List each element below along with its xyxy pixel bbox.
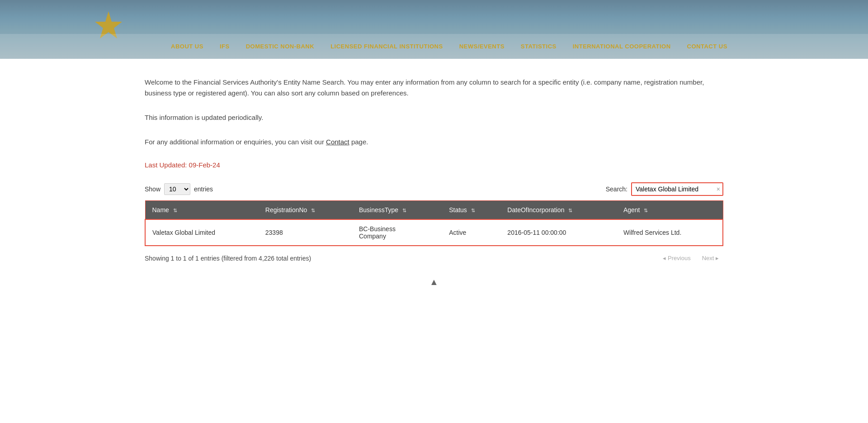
table-body: Valetax Global Limited 23398 BC-Business… [145, 219, 723, 246]
sort-icon-date: ⇅ [568, 208, 572, 214]
cell-date-inc: 2016-05-11 00:00:00 [500, 219, 617, 246]
nav-contact-us[interactable]: CONTACT US [679, 43, 736, 50]
sort-icon-status: ⇅ [471, 208, 475, 214]
pagination-controls: ◂ Previous Next ▸ [658, 253, 723, 263]
nav-domestic-non-bank[interactable]: DOMESTIC NON-BANK [238, 43, 323, 50]
cell-reg-no: 23398 [259, 219, 352, 246]
nav-about-us[interactable]: ABOUT US [163, 43, 212, 50]
entries-label: entries [194, 185, 213, 193]
cell-status: Active [442, 219, 500, 246]
search-clear-icon[interactable]: × [717, 186, 720, 192]
entries-select[interactable]: 10 25 50 100 [164, 183, 190, 195]
nav-bar: ABOUT US IFS DOMESTIC NON-BANK LICENSED … [0, 34, 868, 59]
table-header: Name ⇅ RegistrationNo ⇅ BusinessType ⇅ S… [145, 201, 723, 220]
update-paragraph: This information is updated periodically… [145, 112, 723, 123]
table-controls: Show 10 25 50 100 entries Search: × [145, 182, 723, 196]
nav-news-events[interactable]: NEWS/EVENTS [451, 43, 513, 50]
search-input[interactable] [632, 183, 722, 195]
previous-button[interactable]: ◂ Previous [658, 253, 695, 263]
sort-icon-biz: ⇅ [402, 208, 406, 214]
sort-icon-name: ⇅ [173, 208, 177, 214]
search-container: Search: × [606, 182, 723, 196]
cell-biz-type: BC-Business Company [352, 219, 442, 246]
nav-intl-coop[interactable]: INTERNATIONAL COOPERATION [565, 43, 679, 50]
cell-name: Valetax Global Limited [145, 219, 259, 246]
chevron-up-icon: ▲ [429, 277, 439, 287]
contact-prefix: For any additional information or enquir… [145, 138, 326, 146]
cell-agent: Wilfred Services Ltd. [617, 219, 723, 246]
col-status[interactable]: Status ⇅ [442, 201, 500, 220]
next-chevron: ▸ [716, 255, 719, 261]
show-entries: Show 10 25 50 100 entries [145, 183, 213, 195]
contact-link[interactable]: Contact [326, 138, 349, 146]
col-name[interactable]: Name ⇅ [145, 201, 259, 220]
sort-icon-reg: ⇅ [311, 208, 315, 214]
next-label: Next [702, 255, 714, 261]
showing-text: Showing 1 to 1 of 1 entries (filtered fr… [145, 255, 311, 262]
previous-label: Previous [668, 255, 691, 261]
intro-paragraph: Welcome to the Financial Services Author… [145, 77, 723, 99]
header: ABOUT US IFS DOMESTIC NON-BANK LICENSED … [0, 0, 868, 59]
contact-paragraph: For any additional information or enquir… [145, 137, 723, 147]
table-footer: Showing 1 to 1 of 1 entries (filtered fr… [145, 253, 723, 263]
col-biz-type[interactable]: BusinessType ⇅ [352, 201, 442, 220]
search-input-wrapper: × [631, 182, 723, 196]
main-content: Welcome to the Financial Services Author… [118, 59, 750, 305]
table-row: Valetax Global Limited 23398 BC-Business… [145, 219, 723, 246]
prev-chevron: ◂ [663, 255, 666, 261]
show-label: Show [145, 185, 160, 193]
sort-icon-agent: ⇅ [644, 208, 648, 214]
nav-licensed-fi[interactable]: LICENSED FINANCIAL INSTITUTIONS [322, 43, 451, 50]
next-button[interactable]: Next ▸ [698, 253, 723, 263]
col-date-inc[interactable]: DateOfIncorporation ⇅ [500, 201, 617, 220]
scroll-up-indicator[interactable]: ▲ [145, 277, 723, 287]
biz-type-line2: Company [359, 233, 386, 240]
contact-suffix: page. [349, 138, 368, 146]
data-table: Name ⇅ RegistrationNo ⇅ BusinessType ⇅ S… [145, 200, 723, 246]
nav-ifs[interactable]: IFS [212, 43, 238, 50]
table-header-row: Name ⇅ RegistrationNo ⇅ BusinessType ⇅ S… [145, 201, 723, 220]
biz-type-line1: BC-Business [359, 225, 396, 233]
col-agent[interactable]: Agent ⇅ [617, 201, 723, 220]
search-label: Search: [606, 185, 627, 193]
col-reg-no[interactable]: RegistrationNo ⇅ [259, 201, 352, 220]
last-updated: Last Updated: 09-Feb-24 [145, 161, 723, 169]
nav-statistics[interactable]: STATISTICS [513, 43, 565, 50]
